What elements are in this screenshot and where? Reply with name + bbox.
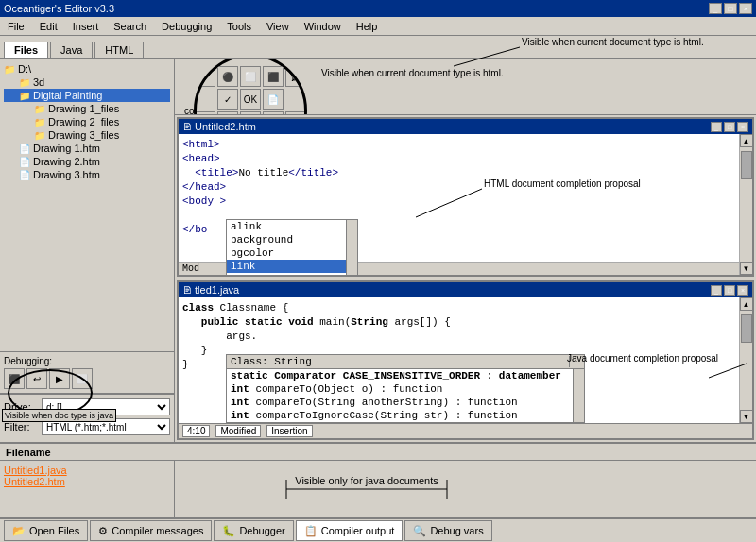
completion-item[interactable]: background xyxy=(227,233,346,246)
tab-compiler-output[interactable]: 📋 Compiler output xyxy=(296,520,404,541)
tab-open-files[interactable]: 📂 Open Files xyxy=(4,520,88,541)
tab-debug-vars-label: Debug vars xyxy=(430,525,483,536)
editor2-minimize[interactable]: _ xyxy=(711,285,722,296)
tree-item-drawing2-htm[interactable]: 📄 Drawing 2.htm xyxy=(4,155,170,168)
file-list-item-2[interactable]: Untitled2.htm xyxy=(4,476,170,487)
completion-item[interactable]: onload xyxy=(227,273,346,275)
html-btn9[interactable]: 🌐 xyxy=(195,111,215,115)
html-btn2[interactable]: ⚫ xyxy=(217,66,238,87)
menu-window[interactable]: Window xyxy=(301,19,345,34)
tree-item-drawing3-files[interactable]: 📁 Drawing 3_files xyxy=(4,128,170,142)
file-list-item-1[interactable]: Untitled1.java xyxy=(4,465,170,476)
menu-search[interactable]: Search xyxy=(110,19,150,34)
tree-item-3d[interactable]: 📁 3d xyxy=(4,76,170,89)
scroll-thumb[interactable] xyxy=(741,314,752,343)
html-completion-popup[interactable]: alink background bgcolor link onload xyxy=(226,219,358,275)
code-line: <body > xyxy=(182,195,735,209)
html-btn4[interactable]: ⬛ xyxy=(263,66,284,87)
tab-debugger[interactable]: 🐛 Debugger xyxy=(214,520,293,541)
html-btn12[interactable]: 🌍 xyxy=(263,111,284,115)
java-completion-item[interactable]: int compareTo(String anotherString) : fu… xyxy=(227,396,573,409)
java-completion-item[interactable]: int compareToIgnoreCase(String str) : fu… xyxy=(227,409,573,422)
left-panel: 📁 D:\ 📁 3d 📁 Digital Painting 📁 Drawing … xyxy=(0,59,175,442)
editor1-minimize[interactable]: _ xyxy=(711,122,722,132)
menu-debugging[interactable]: Debugging xyxy=(158,19,215,34)
scroll-down[interactable]: ▼ xyxy=(740,262,753,275)
status-insertion: Insertion xyxy=(266,425,312,437)
html-btn13[interactable]: A xyxy=(285,111,306,115)
editor1-content[interactable]: <html> <head> <title>No title</title> </… xyxy=(179,134,739,275)
tree-item-drive[interactable]: 📁 D:\ xyxy=(4,62,170,76)
status-modified: Modified xyxy=(215,425,261,437)
bottom-annotation: Visible only for java documents xyxy=(175,461,756,517)
title-bar-buttons: _ □ × xyxy=(709,3,752,14)
folder-icon: 📁 xyxy=(34,117,45,127)
folder-icon: 📁 xyxy=(34,130,45,141)
editor1-buttons: _ □ × xyxy=(711,122,748,132)
folder-open-icon: 📁 xyxy=(19,91,30,101)
debugger-icon: 🐛 xyxy=(222,525,235,537)
tree-item-digital-painting[interactable]: 📁 Digital Painting xyxy=(4,89,170,102)
debug-btn1[interactable]: ⬛ xyxy=(4,368,25,389)
completion-scrollbar[interactable] xyxy=(346,220,357,275)
tree-item-drawing2-files[interactable]: 📁 Drawing 2_files xyxy=(4,115,170,128)
menu-view[interactable]: View xyxy=(263,19,293,34)
debug-vars-icon: 🔍 xyxy=(413,525,426,537)
html-btn11[interactable]: 🔗 xyxy=(240,111,261,115)
tab-compiler-messages[interactable]: ⚙ Compiler messages xyxy=(90,520,212,541)
minimize-button[interactable]: _ xyxy=(709,3,722,14)
editor2-maximize[interactable]: □ xyxy=(724,285,735,296)
menu-insert[interactable]: Insert xyxy=(69,19,103,34)
debug-btn4[interactable]: ⬜ xyxy=(72,368,93,389)
editor2-close[interactable]: × xyxy=(737,285,748,296)
editor2-title: 🖹 tled1.java xyxy=(182,284,239,296)
scroll-up[interactable]: ▲ xyxy=(740,297,753,311)
tab-java[interactable]: Java xyxy=(50,42,93,58)
debug-btn2[interactable]: ↩ xyxy=(26,368,47,389)
menu-edit[interactable]: Edit xyxy=(36,19,61,34)
java-completion-item[interactable]: int compareTo(Object o) : function xyxy=(227,382,573,396)
close-button[interactable]: × xyxy=(739,3,752,14)
folder-icon: 📁 xyxy=(19,77,30,88)
tab-compiler-output-label: Compiler output xyxy=(321,525,395,536)
scroll-up[interactable]: ▲ xyxy=(740,134,753,147)
open-files-icon: 📂 xyxy=(12,525,26,537)
java-completion-scroll-top[interactable] xyxy=(569,356,580,367)
tab-html[interactable]: HTML xyxy=(94,42,144,58)
html-btn3[interactable]: ⬜ xyxy=(240,66,261,87)
html-btn8[interactable]: 📄 xyxy=(263,89,284,110)
html-btn5[interactable]: 🖼 xyxy=(285,66,306,87)
editor1-scrollbar[interactable]: ▲ ▼ xyxy=(739,134,752,275)
html-btn1[interactable]: ↩ xyxy=(195,66,215,87)
bottom-tabs: 📂 Open Files ⚙ Compiler messages 🐛 Debug… xyxy=(0,517,756,542)
scroll-thumb[interactable] xyxy=(741,151,752,179)
tree-item-drawing3-htm[interactable]: 📄 Drawing 3.htm xyxy=(4,168,170,181)
completion-item-selected[interactable]: link xyxy=(227,260,346,273)
scroll-down[interactable]: ▼ xyxy=(740,410,753,423)
tab-files[interactable]: Files xyxy=(4,42,48,58)
html-btn6[interactable]: ✓ xyxy=(217,89,238,110)
maximize-button[interactable]: □ xyxy=(724,3,737,14)
menu-file[interactable]: File xyxy=(4,19,28,34)
java-completion-popup[interactable]: Class: String static Comparator CASE_INS… xyxy=(226,354,585,423)
editor2-content[interactable]: class Classname { public static void mai… xyxy=(179,297,739,423)
menu-help[interactable]: Help xyxy=(352,19,382,34)
file-tree: 📁 D:\ 📁 3d 📁 Digital Painting 📁 Drawing … xyxy=(0,59,174,351)
html-btn10[interactable]: 📎 xyxy=(217,111,238,115)
editor2-scrollbar[interactable]: ▲ ▼ xyxy=(739,297,752,423)
tree-item-drawing1-htm[interactable]: 📄 Drawing 1.htm xyxy=(4,142,170,155)
completion-item[interactable]: alink xyxy=(227,220,346,233)
menu-tools[interactable]: Tools xyxy=(223,19,255,34)
tab-debug-vars[interactable]: 🔍 Debug vars xyxy=(404,520,491,541)
java-completion-item[interactable]: static Comparator CASE_INSENSITIVE_ORDER… xyxy=(227,369,573,382)
completion-item[interactable]: bgcolor xyxy=(227,246,346,260)
java-completion-scrollbar[interactable] xyxy=(573,369,584,422)
debug-btn3[interactable]: ▶ xyxy=(49,368,70,389)
editor1-maximize[interactable]: □ xyxy=(724,122,735,132)
menu-bar: File Edit Insert Search Debugging Tools … xyxy=(0,17,756,36)
java-toolbar-label: Debugging: xyxy=(4,356,170,366)
tree-item-drawing1-files[interactable]: 📁 Drawing 1_files xyxy=(4,102,170,115)
html-btn7[interactable]: OK xyxy=(240,89,261,110)
editor1-close[interactable]: × xyxy=(737,122,748,132)
editor1-titlebar: 🖹 Untitled2.htm _ □ × xyxy=(179,119,752,134)
